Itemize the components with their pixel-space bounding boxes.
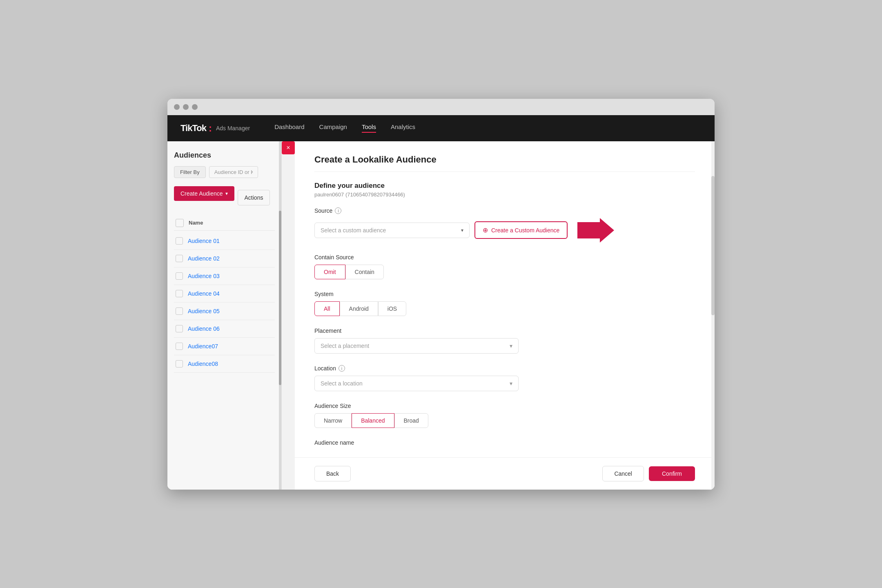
modal-scrollbar-thumb <box>711 176 715 315</box>
contain-source-field-group: Contain Source Omit Contain <box>314 254 695 279</box>
omit-button[interactable]: Omit <box>314 265 345 279</box>
table-row: Audience 05 <box>174 303 275 320</box>
audience-name-5[interactable]: Audience 06 <box>188 325 220 332</box>
audience-list: Audience 01 Audience 02 Audience 03 Audi… <box>174 232 275 373</box>
search-input[interactable] <box>209 166 258 178</box>
svg-marker-0 <box>577 218 614 243</box>
narrow-button[interactable]: Narrow <box>314 413 352 428</box>
nav-items: Dashboard Campaign Tools Analytics <box>274 123 415 133</box>
traffic-light-maximize <box>192 104 198 110</box>
brand-subtitle: Ads Manager <box>216 125 250 131</box>
audience-name-7[interactable]: Audience08 <box>188 361 218 367</box>
nav-bar: TikTok : Ads Manager Dashboard Campaign … <box>167 115 715 141</box>
audience-name-label: Audience name <box>314 439 695 446</box>
row-checkbox-4[interactable] <box>176 307 183 315</box>
row-checkbox-0[interactable] <box>176 237 183 245</box>
row-checkbox-3[interactable] <box>176 290 183 297</box>
table-row: Audience 02 <box>174 250 275 267</box>
system-toggle: All Android iOS <box>314 301 695 316</box>
balanced-button[interactable]: Balanced <box>352 413 394 428</box>
system-field-group: System All Android iOS <box>314 291 695 316</box>
all-button[interactable]: All <box>314 301 340 316</box>
contain-source-label: Contain Source <box>314 254 695 261</box>
placement-dropdown[interactable]: Select a placement ▾ <box>314 338 519 354</box>
audience-size-field-group: Audience Size Narrow Balanced Broad <box>314 403 695 428</box>
audience-name-4[interactable]: Audience 05 <box>188 308 220 314</box>
table-row: Audience08 <box>174 355 275 373</box>
placement-label: Placement <box>314 327 695 334</box>
location-label: Location i <box>314 365 695 372</box>
source-dropdown[interactable]: Select a custom audience ▾ <box>314 223 470 238</box>
table-row: Audience 04 <box>174 285 275 303</box>
back-button[interactable]: Back <box>314 466 351 481</box>
audience-name-3[interactable]: Audience 04 <box>188 290 220 297</box>
nav-dashboard[interactable]: Dashboard <box>274 123 304 133</box>
confirm-button[interactable]: Confirm <box>649 466 695 481</box>
header-checkbox[interactable] <box>176 219 184 227</box>
android-button[interactable]: Android <box>340 301 378 316</box>
row-checkbox-7[interactable] <box>176 360 183 368</box>
chevron-down-icon: ▾ <box>225 191 228 196</box>
audience-name-field-group: Audience name <box>314 439 695 446</box>
traffic-light-minimize <box>183 104 189 110</box>
location-field-group: Location i Select a location ▾ <box>314 365 695 391</box>
brand: TikTok : Ads Manager <box>180 122 250 134</box>
create-custom-audience-button[interactable]: ⊕ Create a Custom Audience <box>474 221 568 239</box>
title-bar <box>167 99 715 115</box>
app-body: Audiences Filter By Create Audience ▾ Ac… <box>167 141 715 490</box>
cancel-button[interactable]: Cancel <box>602 466 644 481</box>
create-audience-button[interactable]: Create Audience ▾ <box>174 186 234 201</box>
location-dropdown[interactable]: Select a location ▾ <box>314 376 519 391</box>
close-button[interactable]: × <box>282 141 295 154</box>
row-checkbox-5[interactable] <box>176 325 183 332</box>
audience-name-1[interactable]: Audience 02 <box>188 255 220 262</box>
system-label: System <box>314 291 695 297</box>
source-field-group: Source i Select a custom audience ▾ ⊕ Cr… <box>314 207 695 243</box>
sidebar: Audiences Filter By Create Audience ▾ Ac… <box>167 141 282 490</box>
brand-logo: TikTok <box>180 123 206 134</box>
audience-name-2[interactable]: Audience 03 <box>188 273 220 279</box>
modal-scrollbar[interactable] <box>711 141 715 490</box>
audience-name-6[interactable]: Audience07 <box>188 343 218 350</box>
source-info-icon[interactable]: i <box>335 207 341 214</box>
sidebar-scrollbar[interactable] <box>279 141 281 490</box>
define-section-title: Define your audience <box>314 182 695 190</box>
table-row: Audience07 <box>174 338 275 355</box>
source-placeholder: Select a custom audience <box>321 227 386 234</box>
create-audience-label: Create Audience <box>180 190 223 197</box>
location-placeholder: Select a location <box>321 380 363 387</box>
location-chevron-icon: ▾ <box>510 380 512 387</box>
modal-footer: Back Cancel Confirm <box>295 457 715 490</box>
source-label: Source i <box>314 207 695 214</box>
audience-size-toggle: Narrow Balanced Broad <box>314 413 695 428</box>
modal-panel: Create a Lookalike Audience Define your … <box>295 141 715 490</box>
table-row: Audience 01 <box>174 232 275 250</box>
nav-tools[interactable]: Tools <box>362 123 376 133</box>
filter-by-button[interactable]: Filter By <box>174 166 206 178</box>
table-row: Audience 06 <box>174 320 275 338</box>
ios-button[interactable]: iOS <box>378 301 406 316</box>
nav-analytics[interactable]: Analytics <box>391 123 415 133</box>
create-custom-icon: ⊕ <box>483 226 488 234</box>
placement-field-group: Placement Select a placement ▾ <box>314 327 695 354</box>
row-checkbox-6[interactable] <box>176 343 183 350</box>
arrow-indicator <box>577 218 614 243</box>
row-checkbox-2[interactable] <box>176 272 183 280</box>
actions-button[interactable]: Actions <box>238 190 270 205</box>
user-id: paulren0607 (7106540798207934466) <box>314 192 695 198</box>
scrollbar-thumb <box>279 211 281 385</box>
contain-source-toggle: Omit Contain <box>314 265 695 279</box>
audience-name-0[interactable]: Audience 01 <box>188 238 220 244</box>
row-checkbox-1[interactable] <box>176 255 183 262</box>
nav-campaign[interactable]: Campaign <box>319 123 347 133</box>
contain-button[interactable]: Contain <box>345 265 384 279</box>
footer-right: Cancel Confirm <box>602 466 695 481</box>
name-column-header: Name <box>189 220 203 226</box>
sidebar-filters: Filter By <box>174 166 275 178</box>
modal-overlay: × Create a Lookalike Audience Define you… <box>282 141 715 490</box>
broad-button[interactable]: Broad <box>394 413 428 428</box>
create-custom-label: Create a Custom Audience <box>491 227 559 234</box>
location-info-icon[interactable]: i <box>339 365 345 372</box>
app-window: TikTok : Ads Manager Dashboard Campaign … <box>167 99 715 490</box>
brand-dot: : <box>209 122 212 134</box>
